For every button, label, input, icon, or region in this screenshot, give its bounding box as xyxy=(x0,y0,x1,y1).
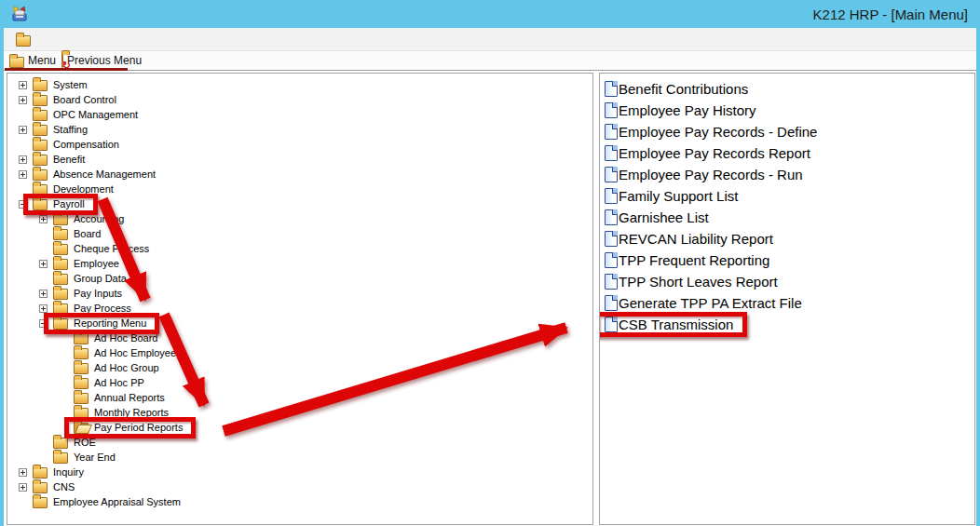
expander-icon[interactable] xyxy=(19,200,27,209)
tree-item-content[interactable]: Year End xyxy=(53,452,118,464)
expander-icon[interactable] xyxy=(19,81,27,89)
tree-item-content[interactable]: Group Data xyxy=(53,273,129,285)
tree-item-content[interactable]: Development xyxy=(33,183,116,196)
list-item-content[interactable]: REVCAN Liability Report xyxy=(605,231,777,247)
tree-item-content[interactable]: Ad Hoc PP xyxy=(74,377,147,389)
tree-item-content[interactable]: Payroll xyxy=(33,198,88,210)
menu-item[interactable] xyxy=(135,35,154,43)
list-item[interactable]: CSB Transmission xyxy=(600,314,974,335)
list-item-content[interactable]: Employee Pay Records - Run xyxy=(605,167,807,182)
list-item[interactable]: REVCAN Liability Report xyxy=(600,228,974,250)
tree-item-content[interactable]: Employee xyxy=(53,258,122,270)
tree-item-content[interactable]: Benefit xyxy=(33,154,88,166)
list-item-content[interactable]: Employee Pay History xyxy=(605,102,760,118)
expander-icon[interactable] xyxy=(19,155,27,164)
tree-item[interactable]: Ad Hoc PP xyxy=(7,375,592,390)
expander-icon[interactable] xyxy=(19,483,27,492)
tree-item-content[interactable]: Ad Hoc Board xyxy=(74,332,160,344)
tree-item[interactable]: Year End xyxy=(7,450,592,465)
expander-icon[interactable] xyxy=(39,260,48,268)
tree-item[interactable]: Payroll xyxy=(7,196,592,211)
tree-item[interactable]: CNS xyxy=(7,479,592,494)
tree-item[interactable]: Staffing xyxy=(7,122,592,137)
menu-item[interactable] xyxy=(116,35,135,43)
tree-item-content[interactable]: Absence Management xyxy=(33,169,158,181)
list-item[interactable]: Benefit Contributions xyxy=(600,78,974,100)
tree-item-content[interactable]: Ad Hoc Employee xyxy=(74,347,179,359)
tree-item[interactable]: Absence Management xyxy=(7,167,592,182)
menu-item[interactable] xyxy=(98,35,116,43)
tree-item[interactable]: Accounting xyxy=(7,211,592,226)
tree-item-content[interactable]: Board xyxy=(53,228,103,240)
menu-item[interactable] xyxy=(61,35,79,43)
tree-item-content[interactable]: Pay Inputs xyxy=(53,288,125,300)
tree-item[interactable]: Ad Hoc Board xyxy=(7,330,592,345)
expander-icon[interactable] xyxy=(19,96,27,104)
list-item-content[interactable]: Garnishee List xyxy=(605,209,713,225)
list-item-content[interactable]: TPP Frequent Reporting xyxy=(605,252,773,268)
tree-item[interactable]: Compensation xyxy=(7,137,592,152)
menu-item[interactable] xyxy=(42,35,61,43)
expander-icon[interactable] xyxy=(39,304,48,313)
tree-item-content[interactable]: Staffing xyxy=(33,124,90,136)
tree-item[interactable]: Monthly Reports xyxy=(7,405,592,420)
tree-item[interactable]: OPC Management xyxy=(7,107,592,122)
expander-icon[interactable] xyxy=(39,319,48,328)
list-item-content[interactable]: Family Support List xyxy=(605,188,742,204)
list-item-content[interactable]: Generate TPP PA Extract File xyxy=(605,295,806,311)
list-item[interactable]: TPP Short Leaves Report xyxy=(600,271,974,292)
tree-item-content[interactable]: Employee Appraisal System xyxy=(33,496,184,508)
tree-item[interactable]: Inquiry xyxy=(7,465,592,479)
expander-icon[interactable] xyxy=(39,290,48,298)
tree-item[interactable]: Board xyxy=(7,226,592,241)
menu-item[interactable] xyxy=(79,35,98,43)
list-item[interactable]: TPP Frequent Reporting xyxy=(600,250,974,271)
tree-item-content[interactable]: Ad Hoc Group xyxy=(74,362,162,374)
tree-item-content[interactable]: Pay Process xyxy=(53,303,134,315)
tree-item[interactable]: Board Control xyxy=(7,92,592,107)
list-item[interactable]: Employee Pay History xyxy=(600,100,974,121)
tree-item-content[interactable]: Board Control xyxy=(33,94,119,106)
list-item-content[interactable]: Benefit Contributions xyxy=(605,81,752,97)
list-item[interactable]: Garnishee List xyxy=(600,207,974,228)
expander-icon[interactable] xyxy=(19,126,27,134)
tree-item-content[interactable]: System xyxy=(33,79,90,91)
expander-icon[interactable] xyxy=(19,170,27,179)
tree-item-content[interactable]: OPC Management xyxy=(33,109,141,121)
tree-item-content[interactable]: CNS xyxy=(33,481,77,493)
tree-item[interactable]: Ad Hoc Employee xyxy=(7,345,592,360)
tree-item[interactable]: Pay Process xyxy=(7,301,592,316)
tree-item[interactable]: System xyxy=(7,77,592,92)
tree-item-content[interactable]: Compensation xyxy=(33,139,122,151)
tree-item-content[interactable]: Inquiry xyxy=(33,466,87,479)
tree-item-content[interactable]: Monthly Reports xyxy=(74,407,171,419)
tree-item[interactable]: Development xyxy=(7,182,592,196)
tree-item[interactable]: Employee Appraisal System xyxy=(7,494,592,509)
tree-item[interactable]: Group Data xyxy=(7,271,592,286)
tree-item[interactable]: Reporting Menu xyxy=(7,316,592,330)
list-item-content[interactable]: Employee Pay Records Report xyxy=(605,145,814,161)
tree-item-content[interactable]: ROE xyxy=(53,437,99,449)
tree-item[interactable]: Annual Reports xyxy=(7,390,592,405)
tree-item-content[interactable]: Pay Period Reports xyxy=(74,422,185,434)
list-item[interactable]: Generate TPP PA Extract File xyxy=(600,292,974,314)
tree-item[interactable]: ROE xyxy=(7,435,592,450)
list-item-content[interactable]: Employee Pay Records - Define xyxy=(605,124,821,140)
tree-item[interactable]: Pay Inputs xyxy=(7,286,592,301)
tree-item-content[interactable]: Annual Reports xyxy=(74,392,168,404)
expander-icon[interactable] xyxy=(39,215,48,223)
tree-item[interactable]: Pay Period Reports xyxy=(7,420,592,435)
tree-item-content[interactable]: Cheque Process xyxy=(53,243,152,255)
expander-icon[interactable] xyxy=(19,468,27,477)
list-item[interactable]: Employee Pay Records - Run xyxy=(600,164,974,185)
list-item-content[interactable]: TPP Short Leaves Report xyxy=(605,274,782,290)
tree-item-content[interactable]: Accounting xyxy=(53,213,127,225)
list-item[interactable]: Employee Pay Records - Define xyxy=(600,121,974,142)
list-item[interactable]: Employee Pay Records Report xyxy=(600,142,974,164)
list-item-content[interactable]: CSB Transmission xyxy=(605,317,737,332)
tree-item[interactable]: Cheque Process xyxy=(7,241,592,256)
tree-item[interactable]: Benefit xyxy=(7,152,592,167)
tree-item-content[interactable]: Reporting Menu xyxy=(53,317,149,330)
menu-button[interactable]: Menu xyxy=(9,54,56,68)
tree-item[interactable]: Employee xyxy=(7,256,592,271)
